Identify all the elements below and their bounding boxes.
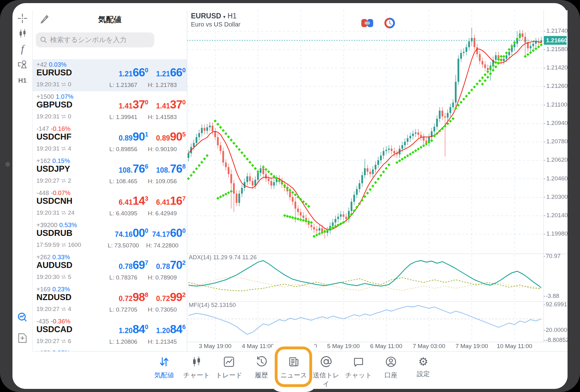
spread-icon xyxy=(61,339,66,343)
change-value: +262 xyxy=(36,254,50,261)
spread-value: 24 xyxy=(68,209,74,216)
nav-item-8[interactable]: ⚙設定 xyxy=(407,351,440,378)
ask-price: 0.78702 xyxy=(139,259,186,272)
symbol-label: USDCAD xyxy=(36,325,73,334)
change-percent: 0.15% xyxy=(52,157,70,164)
quote-time: 17:59:59 xyxy=(36,241,59,248)
high-label: H: 0.90190 xyxy=(139,146,186,153)
objects-toolbar-icon[interactable] xyxy=(361,18,374,29)
nav-label: ニュース xyxy=(278,371,310,380)
ask-price: 108.768 xyxy=(139,162,186,175)
nav-item-2[interactable]: トレード xyxy=(213,351,245,380)
change-value: +39200 xyxy=(36,222,57,228)
ask-price: 1.21660 xyxy=(139,66,186,79)
change-percent: 0.23% xyxy=(52,286,70,293)
spread-icon xyxy=(61,114,66,119)
ask-price: 0.72992 xyxy=(139,291,186,304)
change-value: +162 xyxy=(36,157,50,164)
quote-time: 19:20:27 xyxy=(36,177,59,184)
spread-value: 1600 xyxy=(68,241,81,248)
change-value: +1500 xyxy=(36,93,54,100)
nav-item-7[interactable]: 口座 xyxy=(375,351,407,380)
quote-row[interactable]: +2620.33% AUDUSD 19:20:30 5 0.78697 0.78… xyxy=(33,252,187,284)
ask-price: 1.20846 xyxy=(139,323,186,336)
quotes-title: 気配値 xyxy=(33,14,187,25)
analyze-icon[interactable] xyxy=(12,312,32,324)
change-percent: -0.36% xyxy=(51,318,70,325)
price-chart[interactable] xyxy=(187,10,568,351)
function-icon[interactable]: f xyxy=(12,43,32,55)
quote-row[interactable]: -448-0.07% USDCNH 19:20:31 24 6.41143 6.… xyxy=(33,188,187,220)
spread-icon xyxy=(61,307,66,311)
quote-time: 19:20:31 xyxy=(36,209,59,216)
nav-label: 気配値 xyxy=(148,371,180,380)
quote-time: 19:20:27 xyxy=(36,306,59,313)
quote-row[interactable]: +392000.53% USDRUB 17:59:59 1600 74.1600… xyxy=(33,220,187,252)
high-label: H: 1.41583 xyxy=(139,114,186,121)
ask-price: 1.41370 xyxy=(139,98,186,111)
change-value: -448 xyxy=(36,189,49,196)
quote-row[interactable]: +1620.15% USDJPY 19:20:27 2 108.766 108.… xyxy=(33,155,187,188)
symbol-label: USDRUB xyxy=(36,228,73,238)
spread-icon xyxy=(61,82,66,87)
spread-icon xyxy=(61,243,66,247)
spread-icon xyxy=(61,275,66,279)
candlestick-icon[interactable] xyxy=(12,29,32,40)
objects-icon[interactable] xyxy=(12,60,32,70)
nav-item-1[interactable]: チャート xyxy=(180,351,213,380)
change-value: -147 xyxy=(36,125,49,132)
ask-price: 6.41167 xyxy=(139,194,186,208)
quote-time: 19:20:31 xyxy=(36,145,59,152)
new-chart-icon[interactable] xyxy=(12,333,32,345)
search-placeholder: 検索するシンボルを入力 xyxy=(50,35,127,45)
search-icon xyxy=(40,36,47,43)
change-percent: -0.07% xyxy=(51,189,70,196)
search-input[interactable]: 検索するシンボルを入力 xyxy=(36,32,154,47)
quote-row[interactable]: +420.03% EURUSD 19:20:31 0 1.21660 1.216… xyxy=(33,59,187,91)
settings-gear-icon: ⚙ xyxy=(418,356,428,368)
quote-row[interactable]: +1690.23% NZDUSD 19:20:27 4 0.72988 0.72… xyxy=(33,284,187,316)
nav-label: 設定 xyxy=(407,370,440,378)
high-label: H: 1.21783 xyxy=(139,82,186,88)
quote-row[interactable]: -435-0.36% USDCAD 19:20:27 6 1.20840 1.2… xyxy=(33,316,187,348)
high-label: H: 0.78909 xyxy=(139,274,186,281)
nav-label: トレード xyxy=(213,371,245,380)
nav-item-3[interactable]: 履歴 xyxy=(245,351,278,380)
spread-icon xyxy=(61,146,66,151)
symbol-label: NZDUSD xyxy=(36,293,72,302)
spread-value: 0 xyxy=(68,113,71,120)
nav-item-6[interactable]: チャット xyxy=(342,351,375,380)
symbol-label: EURUSD xyxy=(36,68,72,78)
change-percent: 1.07% xyxy=(56,93,74,100)
symbol-label: AUDUSD xyxy=(36,261,73,270)
quote-time: 19:20:31 xyxy=(36,113,59,120)
nav-item-0[interactable]: 気配値 xyxy=(148,351,180,380)
nav-item-4[interactable]: ニュース xyxy=(278,351,310,380)
crosshair-icon[interactable] xyxy=(12,14,32,24)
quote-row[interactable]: +15001.07% GBPUSD 19:20:31 0 1.41370 1.4… xyxy=(33,91,187,123)
nav-item-5[interactable]: 送信トレイ xyxy=(310,351,342,388)
change-percent: 0.33% xyxy=(52,254,70,261)
change-value: +42 xyxy=(36,61,47,68)
ask-price: 0.89905 xyxy=(139,130,186,143)
nav-label: 履歴 xyxy=(245,371,278,380)
ask-price: 74.17600 xyxy=(139,227,186,240)
change-value: -435 xyxy=(36,318,49,325)
spread-value: 0 xyxy=(68,81,71,88)
spread-value: 5 xyxy=(68,274,71,280)
quote-time: 19:20:27 xyxy=(36,338,59,345)
high-label: H: 6.42949 xyxy=(139,210,186,217)
quote-time: 19:20:31 xyxy=(36,81,59,88)
chevron-down-icon: ▾ xyxy=(223,14,226,19)
spread-icon xyxy=(61,211,66,215)
change-percent: -0.16% xyxy=(51,125,70,132)
spread-icon xyxy=(61,179,66,183)
chart-header[interactable]: EURUSD ▾ H1 Euro vs US Dollar xyxy=(191,12,240,28)
market-hours-icon[interactable] xyxy=(384,18,395,30)
timeframe-label[interactable]: H1 xyxy=(12,77,32,84)
spread-value: 4 xyxy=(68,145,71,152)
nav-label: チャート xyxy=(180,371,213,380)
high-label: H: 74.22800 xyxy=(139,242,186,249)
quote-row[interactable]: -147-0.16% USDCHF 19:20:31 4 0.89901 0.8… xyxy=(33,123,187,155)
quotes-list: +420.03% EURUSD 19:20:31 0 1.21660 1.216… xyxy=(33,49,187,351)
